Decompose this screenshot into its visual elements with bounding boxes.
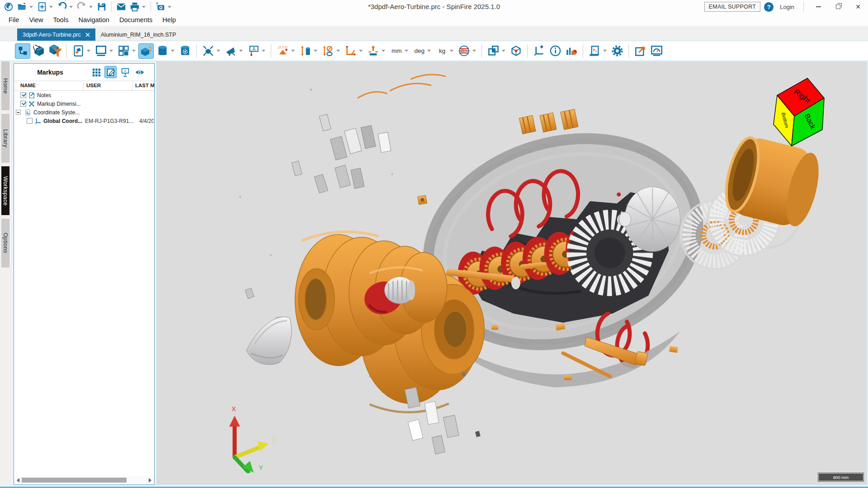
new-document-button[interactable] [35, 1, 49, 13]
rail-tab-workspace[interactable]: Workspace [1, 166, 9, 215]
measure-diameter-button[interactable] [320, 43, 335, 59]
tree-row-coordinate-systems[interactable]: Coordinate Syste... [14, 108, 154, 117]
global-coordinate-checkbox[interactable] [27, 118, 33, 124]
snapshot-dropdown[interactable] [168, 6, 171, 8]
markup-note-dropdown[interactable] [239, 50, 243, 52]
rail-tab-options[interactable]: Options [1, 219, 9, 267]
view-frame-dropdown[interactable] [109, 50, 113, 52]
unit-angle-dropdown[interactable]: deg [411, 43, 427, 59]
render-style-button[interactable] [71, 43, 86, 59]
filter-parts-button[interactable] [47, 43, 63, 59]
tab-close-icon[interactable] [85, 33, 90, 37]
locale-button[interactable] [456, 43, 472, 59]
unit-mass-dropdown[interactable]: kg [434, 43, 449, 59]
unit-length-dropdown[interactable]: mm [388, 43, 404, 59]
measure-diameter-dropdown[interactable] [336, 50, 340, 52]
add-coordinate-system-button[interactable] [531, 43, 547, 59]
undo-dropdown[interactable] [69, 6, 73, 8]
compare-documents-dropdown[interactable] [502, 50, 505, 52]
model-info-button[interactable] [547, 43, 563, 59]
label-annotation-dropdown[interactable] [262, 50, 265, 52]
measure-angle-dropdown[interactable] [359, 50, 363, 52]
settings-button[interactable] [609, 43, 625, 59]
scrollbar-thumb[interactable] [22, 478, 127, 483]
script-dropdown[interactable] [603, 50, 607, 52]
rail-tab-library[interactable]: Library [1, 114, 9, 163]
label-annotation-button[interactable] [245, 43, 261, 59]
coordinate-markup-dropdown[interactable] [291, 50, 295, 52]
datum-markup-dropdown[interactable] [382, 50, 385, 52]
view-cube[interactable]: Right Bottom Back [764, 75, 828, 149]
open-file-dropdown[interactable] [29, 6, 33, 8]
panel-horizontal-scrollbar[interactable] [14, 476, 154, 484]
3d-viewport[interactable]: Right Bottom Back X Y Z 800 mm [156, 61, 867, 485]
tree-row-notes[interactable]: Notes [14, 91, 154, 99]
tree-row-markup-dimensions[interactable]: Markup Dimensi... [14, 99, 154, 108]
column-user[interactable]: USER [86, 83, 101, 88]
unit-angle-arrow[interactable] [427, 50, 431, 52]
restore-button[interactable] [830, 0, 846, 13]
coordinate-markup-button[interactable] [275, 43, 290, 59]
measure-distance-button[interactable] [297, 43, 313, 59]
column-name[interactable]: NAME [20, 83, 36, 88]
cross-section-button[interactable] [155, 43, 170, 59]
scroll-right-arrow[interactable] [149, 478, 151, 483]
measure-angle-button[interactable] [343, 43, 358, 59]
view-frame-button[interactable] [93, 43, 108, 59]
snapshot-button[interactable] [154, 1, 167, 13]
tab-aluminium-rim[interactable]: Aluminium_RIM_16_inch.STP [95, 28, 182, 41]
unit-mass-arrow[interactable] [450, 50, 453, 52]
tree-row-global-coordinate[interactable]: Global Coord... EM-RJ-P1G3-R91... 4/4/20… [14, 117, 154, 125]
menu-help[interactable]: Help [157, 14, 181, 26]
measure-distance-dropdown[interactable] [314, 50, 317, 52]
markup-edit-mode-button[interactable] [104, 66, 117, 78]
print-button[interactable] [128, 1, 142, 13]
compare-documents-button[interactable] [486, 43, 501, 59]
column-last-modified[interactable]: LAST M [135, 83, 154, 88]
render-style-dropdown[interactable] [87, 50, 90, 52]
menu-navigation[interactable]: Navigation [73, 14, 114, 26]
markup-grid-view-button[interactable] [90, 66, 102, 78]
minimize-button[interactable] [810, 0, 826, 13]
redo-dropdown[interactable] [89, 6, 93, 8]
markup-dimensions-checkbox[interactable] [20, 101, 26, 107]
explode-parts-button[interactable] [200, 43, 216, 59]
help-button[interactable]: ? [764, 2, 774, 12]
center-model-button[interactable] [508, 43, 524, 59]
menu-view[interactable]: View [24, 14, 48, 26]
select-part-button[interactable] [31, 43, 47, 59]
new-document-dropdown[interactable] [49, 6, 53, 8]
locale-dropdown[interactable] [472, 50, 476, 52]
menu-tools[interactable]: Tools [48, 14, 74, 26]
undo-button[interactable] [55, 1, 69, 13]
section-tools-button[interactable] [177, 43, 193, 59]
collapse-expander-icon[interactable] [16, 110, 21, 115]
statistics-button[interactable] [564, 43, 579, 59]
external-window-button[interactable] [632, 43, 648, 59]
exploded-view-button[interactable] [138, 43, 154, 59]
unit-length-arrow[interactable] [405, 50, 408, 52]
performance-dashboard-button[interactable] [649, 43, 664, 59]
scroll-left-arrow[interactable] [17, 478, 19, 483]
close-button[interactable]: ✕ [850, 0, 866, 13]
cross-section-dropdown[interactable] [171, 50, 175, 52]
markup-visibility-button[interactable] [133, 66, 146, 78]
rail-tab-home[interactable]: Home [1, 61, 9, 110]
notes-checkbox[interactable] [20, 92, 26, 98]
selection-mode-button[interactable] [15, 43, 30, 59]
redo-button[interactable] [75, 1, 89, 13]
menu-file[interactable]: File [4, 14, 24, 26]
viewport-layout-button[interactable] [116, 43, 131, 59]
explode-parts-dropdown[interactable] [217, 50, 220, 52]
login-button[interactable]: Login [777, 4, 797, 10]
markup-note-button[interactable] [223, 43, 238, 59]
open-file-button[interactable] [15, 1, 29, 13]
email-button[interactable] [114, 1, 128, 13]
tab-3dpdf-aero-turbine[interactable]: 3dpdf-Aero-Turbine.prc [17, 28, 95, 41]
script-button[interactable] [587, 43, 602, 59]
datum-markup-button[interactable] [365, 43, 381, 59]
save-button[interactable] [95, 1, 108, 13]
menu-documents[interactable]: Documents [114, 14, 157, 26]
viewport-layout-dropdown[interactable] [132, 50, 136, 52]
markup-label-button[interactable] [119, 66, 131, 78]
